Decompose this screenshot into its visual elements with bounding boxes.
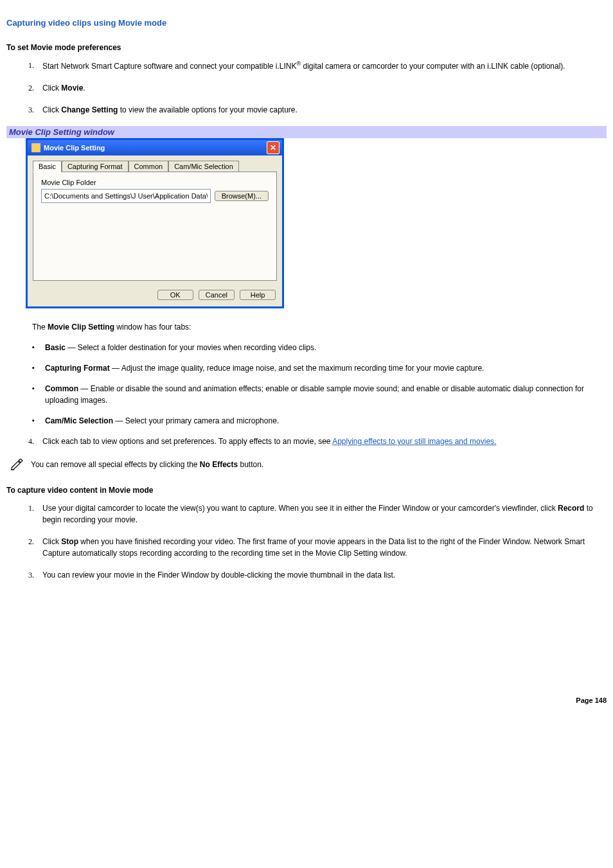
- movie-clip-folder-input[interactable]: [41, 189, 211, 203]
- text: — Select your primary camera and microph…: [113, 416, 279, 425]
- text: when you have finished recording your vi…: [42, 537, 585, 558]
- app-icon: [31, 143, 40, 152]
- text: — Select a folder destination for your m…: [66, 343, 316, 352]
- step-text: Start Network Smart Capture software and…: [42, 60, 607, 72]
- tab-common[interactable]: Common: [129, 161, 169, 172]
- note: You can remove all special effects by cl…: [10, 459, 607, 470]
- steps-continued: 4. Click each tab to view options and se…: [6, 436, 607, 447]
- text: — Adjust the image quality, reduce image…: [110, 364, 484, 373]
- text: Start Network Smart Capture software and…: [42, 62, 297, 71]
- list-item: Capturing Format — Adjust the image qual…: [28, 362, 607, 374]
- tab-description-list: Basic — Select a folder destination for …: [28, 342, 607, 427]
- text: .: [83, 84, 85, 93]
- step-number: 1.: [28, 60, 42, 72]
- dialog-titlebar: Movie Clip Setting ✕: [28, 140, 282, 155]
- bold-change-setting: Change Setting: [61, 105, 118, 114]
- help-button[interactable]: Help: [240, 290, 276, 300]
- bold-common: Common: [45, 384, 78, 393]
- heading-capture-video: To capture video content in Movie mode: [6, 486, 607, 495]
- text: — Enable or disable the sound and animat…: [45, 384, 584, 405]
- list-item: Basic — Select a folder destination for …: [28, 342, 607, 353]
- dialog-title: Movie Clip Setting: [44, 144, 267, 152]
- text: The: [32, 323, 48, 332]
- movie-clip-setting-dialog: Movie Clip Setting ✕ Basic Capturing For…: [26, 138, 284, 308]
- tabs-intro: The Movie Clip Setting window has four t…: [32, 321, 607, 333]
- steps-set-preferences: 1. Start Network Smart Capture software …: [6, 60, 607, 116]
- text: button.: [238, 460, 263, 469]
- dialog-button-row: OK Cancel Help: [28, 286, 282, 306]
- bold-cam-mic: Cam/Mic Selection: [45, 416, 113, 425]
- text: Click: [42, 84, 61, 93]
- step-number: 1.: [28, 502, 42, 526]
- bold-movie: Movie: [61, 84, 83, 93]
- text: You can remove all special effects by cl…: [31, 460, 200, 469]
- heading-set-preferences: To set Movie mode preferences: [6, 43, 607, 52]
- tab-capturing-format[interactable]: Capturing Format: [62, 161, 129, 172]
- step-text: Click Change Setting to view the availab…: [42, 104, 607, 116]
- step-number: 3.: [28, 569, 42, 581]
- step-text: Use your digital camcorder to locate the…: [42, 502, 607, 526]
- note-icon: [10, 459, 24, 470]
- bold-stop: Stop: [61, 537, 78, 546]
- text: window has four tabs:: [114, 323, 191, 332]
- text: Click each tab to view options and set p…: [42, 437, 332, 446]
- step-text: Click each tab to view options and set p…: [42, 436, 607, 447]
- step-text: Click Movie.: [42, 82, 607, 94]
- text: Use your digital camcorder to locate the…: [42, 504, 558, 513]
- step-text: Click Stop when you have finished record…: [42, 536, 607, 559]
- tab-body: Movie Clip Folder Browse(M)...: [33, 172, 277, 281]
- bold-capturing-format: Capturing Format: [45, 364, 110, 373]
- cancel-button[interactable]: Cancel: [199, 290, 235, 300]
- step-number: 2.: [28, 82, 42, 94]
- steps-capture-video: 1. Use your digital camcorder to locate …: [6, 502, 607, 581]
- text: digital camera or camcorder to your comp…: [301, 62, 565, 71]
- banner-movie-clip-setting: Movie Clip Setting window: [6, 126, 607, 138]
- step-number: 2.: [28, 536, 42, 559]
- bold-no-effects: No Effects: [200, 460, 238, 469]
- bold-record: Record: [558, 504, 584, 513]
- tab-cam-mic-selection[interactable]: Cam/Mic Selection: [168, 161, 239, 172]
- text: to view the available options for your m…: [118, 105, 297, 114]
- dialog-screenshot: Movie Clip Setting ✕ Basic Capturing For…: [26, 138, 607, 308]
- list-item: Cam/Mic Selection — Select your primary …: [28, 415, 607, 427]
- tab-row: Basic Capturing Format Common Cam/Mic Se…: [33, 161, 277, 172]
- text: Click: [42, 105, 61, 114]
- text: Click: [42, 537, 61, 546]
- ok-button[interactable]: OK: [157, 290, 193, 300]
- link-applying-effects[interactable]: Applying effects to your still images an…: [332, 437, 496, 446]
- close-icon[interactable]: ✕: [267, 141, 280, 154]
- movie-clip-folder-label: Movie Clip Folder: [41, 179, 269, 186]
- step-number: 4.: [28, 436, 42, 447]
- list-item: Common — Enable or disable the sound and…: [28, 383, 607, 406]
- bold-movie-clip-setting: Movie Clip Setting: [48, 323, 114, 332]
- page-title: Capturing video clips using Movie mode: [6, 18, 607, 28]
- note-text: You can remove all special effects by cl…: [31, 460, 263, 469]
- page-number: Page 148: [6, 696, 607, 704]
- step-number: 3.: [28, 104, 42, 116]
- bold-basic: Basic: [45, 343, 66, 352]
- tab-basic[interactable]: Basic: [33, 161, 62, 172]
- browse-button[interactable]: Browse(M)...: [215, 191, 269, 201]
- step-text: You can review your movie in the Finder …: [42, 569, 607, 581]
